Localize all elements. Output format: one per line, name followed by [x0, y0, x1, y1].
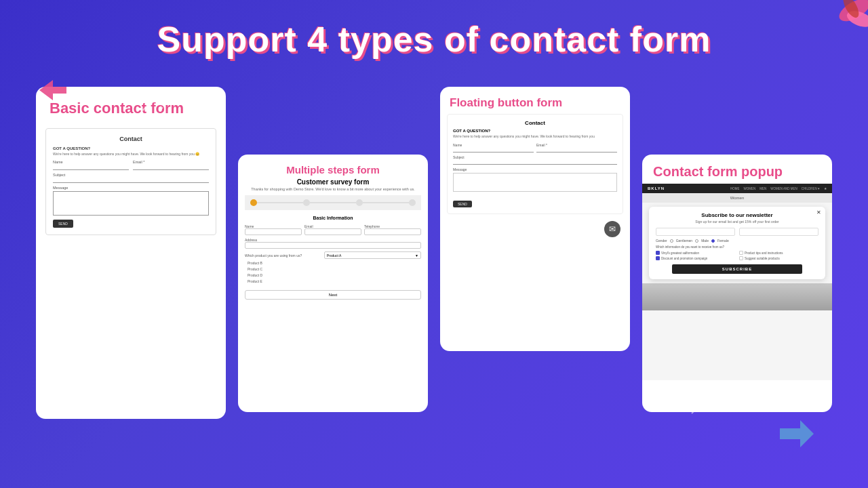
basic-form-title: Contact: [53, 136, 209, 142]
popup-bottom-image: [642, 283, 832, 310]
arrow-right-decoration: [780, 420, 814, 447]
steps-telephone-field: [364, 228, 421, 235]
float-circle-button[interactable]: ✉: [604, 221, 620, 237]
steps-address-field: [245, 242, 421, 249]
page-title: Support 4 types of contact form: [0, 0, 868, 60]
popup-nav-children: CHILDREN ▾: [802, 187, 820, 190]
arrow-left-decoration: [39, 80, 66, 100]
progress-line-1: [257, 202, 303, 203]
card-popup: Contact form popup BKLYN HOME WOMEN MEN …: [642, 155, 832, 412]
popup-page-label: Women: [642, 193, 832, 203]
popup-close-icon[interactable]: ✕: [816, 209, 821, 216]
float-form-preview: Contact GOT A QUESTION? We're here to he…: [447, 114, 623, 214]
product-dropdown[interactable]: Product A ▼: [324, 251, 421, 259]
survey-sub: Thanks for shopping with Demo Store. We'…: [245, 187, 421, 191]
popup-radio-gentlemen[interactable]: [670, 239, 673, 243]
product-option-b[interactable]: Product B: [248, 260, 421, 266]
float-name-field: [453, 147, 534, 152]
popup-checkbox-1[interactable]: [656, 251, 660, 255]
card4-content: BKLYN HOME WOMEN MEN WOMEN AND MEN CHILD…: [642, 184, 832, 380]
popup-checkbox-2[interactable]: [739, 251, 743, 255]
steps-section-title: Basic Information: [245, 216, 421, 220]
basic-name-field: [53, 165, 129, 170]
float-section-label: GOT A QUESTION?: [453, 129, 617, 133]
step-dot-3: [356, 199, 363, 206]
popup-nav: HOME WOMEN MEN WOMEN AND MEN CHILDREN ▾ …: [730, 187, 827, 190]
basic-subject-label: Subject: [53, 173, 209, 177]
card3-label: Floating button form: [440, 87, 630, 114]
popup-check-label-1: Vinyl's greatest salformation: [661, 251, 699, 255]
step-dot-4: [409, 199, 416, 206]
popup-email-field[interactable]: [739, 228, 818, 236]
product-options-list: Product B Product C Product D Product E: [248, 260, 421, 285]
product-option-d[interactable]: Product D: [248, 272, 421, 279]
card-multiple-steps: Multiple steps form Customer survey form…: [238, 155, 428, 412]
popup-gentlemen-label: Gentlemen: [676, 239, 692, 243]
float-form-title: Contact: [453, 120, 617, 126]
popup-nav-home: HOME: [730, 187, 740, 190]
popup-checkboxes: Vinyl's greatest salformation Product ti…: [656, 251, 818, 260]
popup-radio-female[interactable]: [711, 239, 715, 243]
float-send-button[interactable]: SEND: [453, 201, 472, 207]
popup-checkbox-4[interactable]: [739, 256, 743, 260]
basic-name-label: Name: [53, 160, 129, 164]
float-form-wrapper: Contact GOT A QUESTION? We're here to he…: [447, 114, 623, 237]
curve-right-decoration: [685, 380, 739, 420]
popup-check-label-2: Product tips and instructions: [745, 251, 783, 255]
popup-male-label: Male: [701, 239, 709, 243]
popup-nav-women: WOMEN: [743, 187, 755, 190]
basic-helper-text: We're here to help answer any questions …: [53, 152, 209, 157]
product-option-c[interactable]: Product C: [248, 266, 421, 272]
basic-send-button[interactable]: SEND: [53, 220, 73, 228]
card2-label: Multiple steps form: [238, 155, 428, 178]
popup-modal-title: Subscribe to our newsletter: [656, 212, 818, 218]
float-message-field: [453, 173, 617, 192]
survey-title: Customer survey form: [245, 178, 421, 186]
popup-name-field[interactable]: [656, 228, 735, 236]
curve-left-decoration: [129, 88, 170, 129]
card3-content: Contact GOT A QUESTION? We're here to he…: [440, 114, 630, 244]
popup-female-label: Female: [717, 239, 729, 243]
popup-check-label-4: Suggest suitable products: [745, 257, 780, 260]
popup-radio-male[interactable]: [695, 239, 698, 243]
popup-nav-men: MEN: [760, 187, 766, 190]
popup-gender-row: Gender Gentlemen Male Female: [656, 239, 818, 243]
basic-email-label: Email *: [133, 160, 209, 164]
float-subject-field: [453, 159, 617, 165]
flower-decoration: [814, 0, 868, 54]
float-helper-text: We're here to help answer any questions …: [453, 134, 617, 139]
popup-modal-subtitle: Sign up for our email list and get 15% o…: [656, 220, 818, 224]
basic-message-label: Message: [53, 186, 209, 190]
dropdown-chevron-icon: ▼: [415, 253, 418, 258]
float-email-field: [536, 147, 617, 152]
basic-subject-field: [53, 178, 209, 183]
product-option-e[interactable]: Product E: [248, 279, 421, 285]
product-selected-value: Product A: [327, 253, 342, 258]
card4-label: Contact form popup: [642, 155, 832, 184]
card2-content: Customer survey form Thanks for shopping…: [238, 178, 428, 306]
progress-line-2: [310, 202, 356, 203]
svg-marker-6: [780, 420, 814, 447]
popup-checkbox-3[interactable]: [656, 256, 660, 260]
popup-website-bar: BKLYN HOME WOMEN MEN WOMEN AND MEN CHILD…: [642, 184, 832, 193]
product-select-label: Which product you are using from us?: [245, 253, 321, 258]
popup-checkboxes-label: Which information do you want to receive…: [656, 245, 818, 249]
next-button[interactable]: Next: [245, 290, 421, 300]
steps-name-field: [245, 228, 302, 235]
step-dot-2: [303, 199, 310, 206]
popup-check-label-3: Discount and promotion campaign: [661, 257, 707, 260]
popup-gender-label: Gender: [656, 239, 667, 243]
basic-section-label: GOT A QUESTION?: [53, 146, 209, 150]
progress-bar: [245, 195, 421, 210]
subscribe-button[interactable]: SUBSCRIBE: [672, 264, 802, 274]
popup-nav-wm: WOMEN AND MEN: [770, 187, 797, 190]
card-basic-contact: Basic contact form Contact GOT A QUESTIO…: [36, 87, 226, 419]
basic-message-field: [53, 191, 209, 216]
svg-marker-0: [39, 80, 66, 100]
float-message-label: Message: [453, 167, 617, 171]
popup-modal: ✕ Subscribe to our newsletter Sign up fo…: [649, 207, 825, 279]
step-dot-1: [250, 199, 257, 206]
progress-line-3: [363, 202, 409, 203]
popup-check-item-3: Discount and promotion campaign: [656, 256, 735, 260]
popup-check-item-4: Suggest suitable products: [739, 256, 818, 260]
